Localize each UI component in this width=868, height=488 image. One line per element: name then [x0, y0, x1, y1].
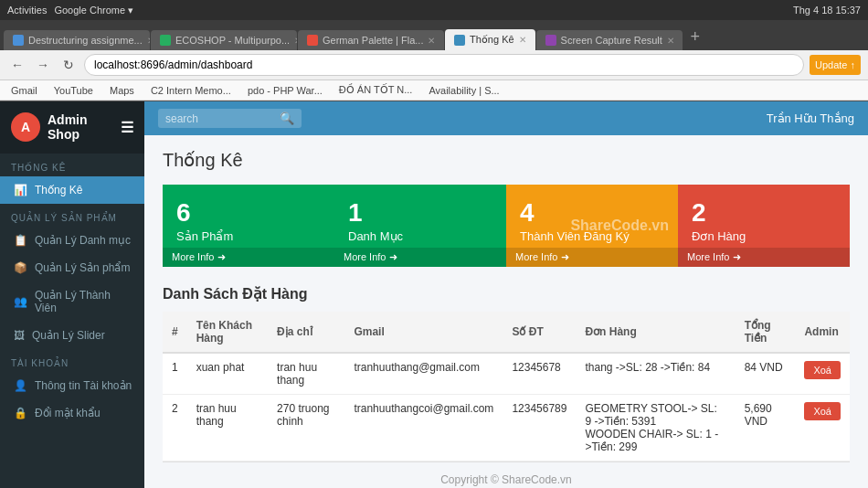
address-bar[interactable]: [84, 54, 804, 76]
tab-favicon-2: [160, 35, 171, 46]
stat-label-thanh-vien: Thành Viên Đăng Ký: [520, 229, 664, 243]
tab-favicon-5: [545, 35, 556, 46]
tab-favicon-4: [454, 35, 465, 46]
table-row: 1 xuan phat tran huu thang tranhuuthang@…: [163, 353, 850, 395]
bookmark-maps[interactable]: Maps: [106, 83, 138, 98]
slider-label: Quản Lý Slider: [32, 329, 105, 342]
sidebar-item-thong-tin-tai-khoan[interactable]: 👤 Thông tin Tài khoản: [0, 372, 144, 399]
row2-total: 5,690 VND: [736, 395, 796, 461]
col-admin: Admin: [795, 312, 850, 353]
tab-label-1: Destructuring assignme...: [28, 35, 143, 46]
bookmark-c2[interactable]: C2 Intern Memo...: [147, 83, 235, 98]
stat-more-info-don-hang[interactable]: More Info ➜: [678, 248, 850, 267]
row2-name: tran huu thang: [187, 395, 268, 461]
activities-label[interactable]: Activities: [7, 5, 47, 16]
tab-favicon-1: [13, 35, 24, 46]
danh-muc-icon: 📋: [14, 234, 27, 247]
col-total: Tổng Tiền: [736, 312, 796, 353]
delete-button-1[interactable]: Xoá: [804, 361, 841, 379]
stat-number-don-hang: 2: [692, 198, 836, 228]
sidebar: A Admin Shop ☰ Thống Kê 📊 Thống Kê Quản …: [0, 101, 144, 488]
back-button[interactable]: ←: [7, 55, 27, 75]
sidebar-item-quan-ly-danh-muc[interactable]: 📋 Quản Lý Danh mục: [0, 227, 144, 254]
stat-cards: 6 Sản Phẩm More Info ➜ 1 Danh Mục More I…: [163, 185, 850, 267]
bookmark-bar: Gmail YouTube Maps C2 Intern Memo... pdo…: [0, 80, 868, 101]
stat-label-san-pham: Sản Phẩm: [176, 229, 321, 243]
row2-order: GEOMETRY STOOL-> SL: 9 ->Tiền: 5391 WOOD…: [576, 395, 735, 461]
search-input[interactable]: [165, 112, 275, 125]
stat-more-info-danh-muc[interactable]: More Info ➜: [334, 248, 506, 267]
row2-address: 270 truong chinh: [268, 395, 344, 461]
new-tab-button[interactable]: +: [683, 24, 708, 50]
delete-button-2[interactable]: Xoá: [804, 402, 841, 420]
col-phone: Số ĐT: [503, 312, 576, 353]
header-username: Trần Hữu Thắng: [767, 111, 854, 125]
thanh-vien-icon: 👥: [14, 295, 27, 308]
os-bar: Activities Google Chrome ▾ Thg 4 18 15:3…: [0, 0, 868, 20]
tab-thong-ke[interactable]: Thống Kê ✕: [445, 29, 535, 50]
san-pham-icon: 📦: [14, 261, 27, 274]
tab-close-1[interactable]: ✕: [147, 36, 150, 46]
sidebar-item-quan-ly-san-pham[interactable]: 📦 Quản Lý Sản phẩm: [0, 254, 144, 281]
tab-close-5[interactable]: ✕: [667, 36, 674, 46]
sidebar-item-thong-ke[interactable]: 📊 Thống Kê: [0, 176, 144, 204]
bookmark-pdo[interactable]: pdo - PHP War...: [244, 83, 326, 98]
section-label-tai-khoan: Tài khoản: [0, 349, 144, 372]
row2-num: 2: [163, 395, 187, 461]
sidebar-item-quan-ly-thanh-vien[interactable]: 👥 Quản Lý Thành Viên: [0, 281, 144, 322]
slider-icon: 🖼: [14, 329, 25, 342]
stat-card-thanh-vien: 4 Thành Viên Đăng Ký ShareCode.vn More I…: [506, 185, 678, 267]
tab-close-3[interactable]: ✕: [428, 36, 435, 46]
app-wrapper: A Admin Shop ☰ Thống Kê 📊 Thống Kê Quản …: [0, 101, 868, 488]
stat-more-info-thanh-vien[interactable]: More Info ➜: [506, 248, 678, 267]
stat-card-san-pham: 6 Sản Phẩm More Info ➜: [163, 185, 334, 267]
tab-german-palette[interactable]: German Palette | Fla... ✕: [298, 30, 444, 50]
thanh-vien-label: Quản Lý Thành Viên: [35, 289, 133, 314]
tab-label-2: ECOSHOP - Multipurpo...: [175, 35, 290, 46]
nav-bar: ← → ↻ Update ↑: [0, 50, 868, 80]
stat-more-info-san-pham[interactable]: More Info ➜: [163, 248, 334, 267]
os-time: Thg 4 18 15:37: [793, 5, 861, 16]
tab-destructuring[interactable]: Destructuring assignme... ✕: [4, 30, 150, 50]
col-address: Địa chỉ: [268, 312, 344, 353]
browser-chrome: Destructuring assignme... ✕ ECOSHOP - Mu…: [0, 20, 868, 101]
page-title: Thống Kê: [163, 149, 850, 171]
brand-avatar: A: [11, 112, 40, 142]
sidebar-toggle[interactable]: ☰: [121, 119, 133, 136]
update-button[interactable]: Update ↑: [810, 55, 861, 75]
row2-email: tranhuuthangcoi@gmail.com: [344, 395, 503, 461]
stat-card-don-hang: 2 Đơn Hàng More Info ➜: [678, 185, 850, 267]
orders-table: # Tên Khách Hàng Địa chỉ Gmail Số ĐT Đơn…: [163, 312, 850, 461]
tab-screen-capture[interactable]: Screen Capture Result ✕: [536, 30, 683, 50]
section-label-quan-ly: Quản lý sản phẩm: [0, 204, 144, 227]
bookmark-youtube[interactable]: YouTube: [50, 83, 97, 98]
row1-total: 84 VND: [736, 353, 796, 395]
bookmark-do-an[interactable]: ĐỒ ÁN TỐT N...: [335, 82, 417, 98]
bookmark-availability[interactable]: Availability | S...: [425, 83, 503, 98]
brand-name: Admin Shop: [48, 112, 113, 142]
browser-label: Google Chrome ▾: [54, 5, 133, 16]
stat-number-thanh-vien: 4: [520, 198, 664, 228]
top-header: 🔍 Trần Hữu Thắng: [144, 101, 868, 135]
sidebar-item-quan-ly-slider[interactable]: 🖼 Quản Lý Slider: [0, 322, 144, 349]
tab-label-4: Thống Kê: [470, 34, 514, 46]
section-label-thong-ke: Thống Kê: [0, 154, 144, 176]
main-content: Thống Kê 6 Sản Phẩm More Info ➜ 1 Danh M…: [144, 135, 868, 488]
reload-button[interactable]: ↻: [58, 55, 79, 75]
footer: Copyright © ShareCode.vn: [163, 461, 850, 488]
sidebar-item-doi-mat-khau[interactable]: 🔒 Đổi mật khẩu: [0, 399, 144, 427]
col-order: Đơn Hàng: [576, 312, 735, 353]
tab-close-4[interactable]: ✕: [519, 35, 526, 45]
bookmark-gmail[interactable]: Gmail: [7, 83, 41, 98]
stat-card-danh-muc: 1 Danh Mục More Info ➜: [334, 185, 506, 267]
sidebar-brand: A Admin Shop ☰: [0, 101, 144, 154]
tab-label-5: Screen Capture Result: [561, 35, 662, 46]
tab-label-3: German Palette | Fla...: [323, 35, 423, 46]
forward-button[interactable]: →: [33, 55, 53, 75]
row1-email: tranhuuthang@gmail.com: [344, 353, 503, 395]
tab-ecoshop[interactable]: ECOSHOP - Multipurpo... ✕: [151, 30, 297, 50]
danh-muc-label: Quản Lý Danh mục: [35, 234, 131, 247]
row1-num: 1: [163, 353, 187, 395]
tab-close-2[interactable]: ✕: [294, 36, 297, 46]
tai-khoan-label: Thông tin Tài khoản: [35, 379, 132, 392]
